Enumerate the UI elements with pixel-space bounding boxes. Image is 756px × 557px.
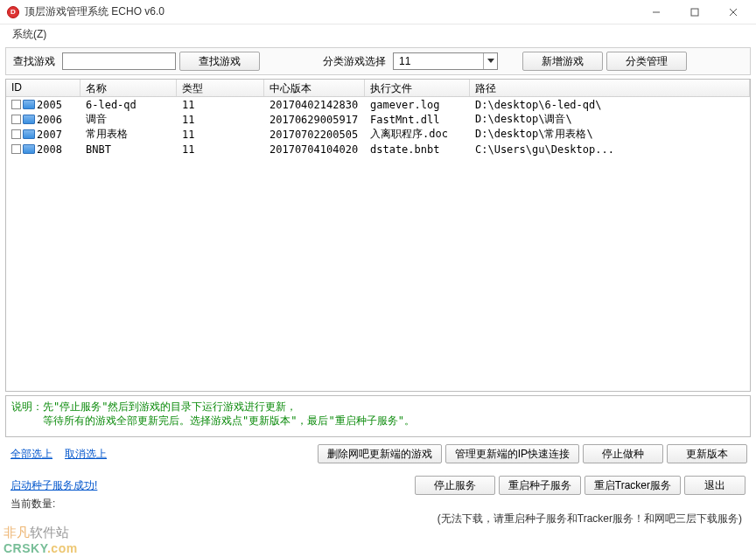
window-titlebar: D 顶层游戏管理系统 ECHO v6.0 bbox=[0, 0, 756, 24]
row-name: 调音 bbox=[80, 112, 177, 127]
row-type: 11 bbox=[177, 99, 264, 111]
current-count-label: 当前数量: bbox=[10, 498, 55, 510]
folder-icon bbox=[23, 115, 35, 124]
row-name: BNBT bbox=[80, 143, 177, 156]
table-header: ID 名称 类型 中心版本 执行文件 路径 bbox=[6, 80, 750, 97]
status-row: 启动种子服务成功! 停止服务 重启种子服务 重启Tracker服务 退出 bbox=[5, 467, 751, 497]
minimize-button[interactable] bbox=[637, 2, 676, 23]
menubar: 系统(Z) bbox=[0, 24, 756, 44]
row-version: 20170629005917 bbox=[264, 114, 365, 126]
seed-service-status: 启动种子服务成功! bbox=[10, 478, 97, 493]
row-path: C:\Users\gu\Desktop... bbox=[470, 143, 750, 156]
stop-service-button[interactable]: 停止服务 bbox=[415, 476, 495, 495]
row-exec: FastMnt.dll bbox=[365, 114, 470, 126]
restart-seed-button[interactable]: 重启种子服务 bbox=[499, 476, 581, 495]
restart-tracker-button[interactable]: 重启Tracker服务 bbox=[584, 476, 681, 495]
row-path: D:\desktop\常用表格\ bbox=[470, 127, 750, 142]
th-type[interactable]: 类型 bbox=[177, 80, 264, 96]
th-path[interactable]: 路径 bbox=[470, 80, 750, 96]
game-table: ID 名称 类型 中心版本 执行文件 路径 20056-led-qd112017… bbox=[5, 79, 751, 392]
folder-icon bbox=[23, 144, 35, 154]
window-title: 顶层游戏管理系统 ECHO v6.0 bbox=[24, 4, 164, 19]
deselect-all-link[interactable]: 取消选上 bbox=[65, 447, 107, 462]
category-select-value: 11 bbox=[399, 55, 410, 67]
row-checkbox[interactable] bbox=[11, 100, 21, 109]
close-button[interactable] bbox=[714, 2, 752, 23]
row-version: 20170702200505 bbox=[264, 129, 365, 141]
svg-marker-4 bbox=[487, 59, 494, 63]
row-path: D:\desktop\调音\ bbox=[470, 112, 750, 127]
row-exec: dstate.bnbt bbox=[365, 143, 470, 156]
watermark-domain: CRSKY bbox=[4, 541, 47, 555]
maximize-button[interactable] bbox=[676, 2, 714, 23]
category-select[interactable]: 11 bbox=[393, 52, 498, 70]
row-type: 11 bbox=[177, 143, 264, 156]
th-id[interactable]: ID bbox=[6, 80, 80, 96]
row-name: 6-led-qd bbox=[80, 99, 177, 111]
row-checkbox[interactable] bbox=[11, 129, 21, 139]
hint-box: 说明：先"停止服务"然后到游戏的目录下运行游戏进行更新， 等待所有的游戏全部更新… bbox=[5, 395, 751, 437]
menu-system[interactable]: 系统(Z) bbox=[7, 25, 52, 44]
th-name[interactable]: 名称 bbox=[80, 80, 177, 96]
selection-action-row: 全部选上 取消选上 删除网吧更新端的游戏 管理更新端的IP快速连接 停止做种 更… bbox=[5, 437, 751, 467]
th-exec[interactable]: 执行文件 bbox=[365, 80, 470, 96]
row-path: D:\desktop\6-led-qd\ bbox=[470, 99, 750, 111]
app-icon: D bbox=[7, 6, 19, 18]
select-all-link[interactable]: 全部选上 bbox=[10, 447, 52, 462]
row-id: 2007 bbox=[37, 129, 62, 141]
exit-button[interactable]: 退出 bbox=[684, 476, 746, 495]
row-id: 2005 bbox=[37, 99, 62, 111]
stop-seed-button[interactable]: 停止做种 bbox=[583, 444, 663, 463]
row-checkbox[interactable] bbox=[11, 115, 21, 124]
row-type: 11 bbox=[177, 129, 264, 141]
row-id: 2006 bbox=[37, 114, 62, 126]
delete-update-button[interactable]: 删除网吧更新端的游戏 bbox=[318, 444, 442, 463]
hint-line1: 说明：先"停止服务"然后到游戏的目录下运行游戏进行更新， bbox=[11, 400, 745, 414]
svg-rect-1 bbox=[691, 9, 698, 16]
add-game-button[interactable]: 新增游戏 bbox=[522, 52, 603, 71]
category-manage-button[interactable]: 分类管理 bbox=[606, 52, 687, 71]
chevron-down-icon bbox=[483, 53, 497, 69]
watermark-tld: .com bbox=[47, 541, 78, 555]
table-row[interactable]: 2006调音1120170629005917FastMnt.dllD:\desk… bbox=[6, 112, 750, 127]
row-checkbox[interactable] bbox=[11, 144, 21, 154]
update-version-button[interactable]: 更新版本 bbox=[667, 444, 747, 463]
row-name: 常用表格 bbox=[80, 127, 177, 142]
table-body: 20056-led-qd1120170402142830gamever.logD… bbox=[6, 97, 750, 157]
toolbar: 查找游戏 查找游戏 分类游戏选择 11 新增游戏 分类管理 bbox=[5, 47, 751, 75]
search-button[interactable]: 查找游戏 bbox=[179, 52, 260, 71]
th-ver[interactable]: 中心版本 bbox=[264, 80, 365, 96]
row-id: 2008 bbox=[37, 143, 62, 156]
category-label: 分类游戏选择 bbox=[319, 54, 389, 69]
table-row[interactable]: 2007常用表格1120170702200505入离职程序.docD:\desk… bbox=[6, 127, 750, 142]
manage-ip-button[interactable]: 管理更新端的IP快速连接 bbox=[445, 444, 579, 463]
folder-icon bbox=[23, 100, 35, 109]
hint-line2: 等待所有的游戏全部更新完后。选择游戏点"更新版本"，最后"重启种子服务"。 bbox=[11, 414, 745, 428]
table-row[interactable]: 2008BNBT1120170704104020dstate.bnbtC:\Us… bbox=[6, 142, 750, 157]
table-row[interactable]: 20056-led-qd1120170402142830gamever.logD… bbox=[6, 97, 750, 112]
folder-icon bbox=[23, 129, 35, 139]
row-version: 20170704104020 bbox=[264, 143, 365, 156]
row-type: 11 bbox=[177, 114, 264, 126]
search-input[interactable] bbox=[62, 52, 176, 70]
watermark: 非凡软件站 CRSKY.com bbox=[4, 525, 78, 555]
footer-hint: (无法下载，请重启种子服务和Tracker服务！和网吧三层下载服务) bbox=[5, 512, 751, 528]
row-exec: 入离职程序.doc bbox=[365, 127, 470, 142]
row-exec: gamever.log bbox=[365, 99, 470, 111]
row-version: 20170402142830 bbox=[264, 99, 365, 111]
search-label: 查找游戏 bbox=[10, 54, 59, 69]
